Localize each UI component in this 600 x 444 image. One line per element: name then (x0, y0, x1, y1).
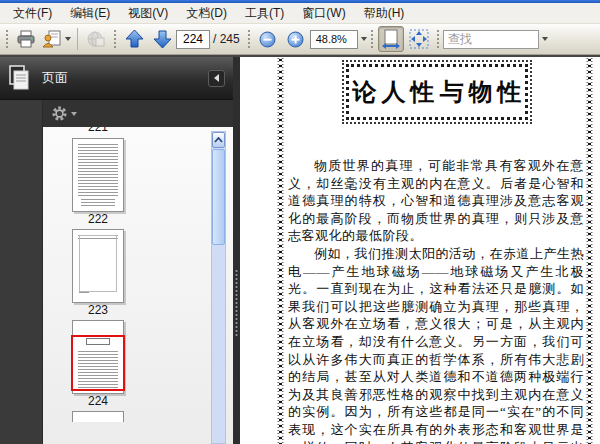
thumbnail-page-222[interactable] (72, 138, 124, 212)
toolbar-grip[interactable] (436, 29, 440, 49)
current-view-red-box[interactable] (71, 335, 125, 391)
navigation-tab-strip (0, 100, 43, 444)
splitter-grip-icon (235, 269, 238, 337)
chapter-title: 论人性与物性 (348, 76, 527, 108)
fullscreen-arrows-icon (409, 29, 429, 49)
person-document-icon (42, 30, 62, 48)
panel-resize-splitter[interactable] (233, 57, 240, 444)
print-button[interactable] (13, 26, 39, 52)
plus-circle-icon (287, 31, 304, 48)
thumbnail-page-225[interactable] (72, 411, 124, 422)
next-page-button[interactable] (149, 26, 175, 52)
menu-help[interactable]: 帮助(H) (355, 3, 414, 24)
fit-width-icon (381, 29, 401, 49)
menu-window[interactable]: 窗口(W) (293, 3, 354, 24)
thumbnail-page-label: 222 (71, 213, 125, 226)
collapse-panel-button[interactable] (208, 70, 225, 87)
zoom-level-value[interactable]: 48.8% (310, 30, 358, 49)
paragraph: 物质世界的真理，可能非常具有客观外在意义，却丝毫没有主观的内在意义。后者是心智和… (288, 157, 584, 245)
page-number-input[interactable] (176, 30, 210, 49)
pages-icon (8, 65, 30, 91)
thumbnail-page-224-current[interactable] (72, 320, 124, 394)
share-dropdown-arrow[interactable] (65, 37, 71, 41)
fullscreen-button[interactable] (406, 26, 432, 52)
fit-width-button[interactable] (378, 26, 404, 52)
pdf-reader-window: 文件(F) 编辑(E) 视图(V) 文档(D) 工具(T) 窗口(W) 帮助(H… (0, 0, 600, 444)
title-ornament-frame: 论人性与物性 (346, 64, 528, 120)
menu-edit[interactable]: 编辑(E) (61, 3, 119, 24)
chevron-up-icon (214, 137, 223, 143)
online-services-button (83, 26, 109, 52)
toolbar: / 245 48.8% (0, 24, 600, 55)
gear-icon[interactable] (51, 105, 68, 122)
find-dropdown-arrow[interactable] (542, 37, 548, 41)
zoom-dropdown-arrow[interactable] (361, 37, 367, 41)
page-border-ornament-left (276, 57, 285, 444)
up-arrow-icon (125, 29, 144, 49)
menu-document[interactable]: 文档(D) (177, 3, 236, 24)
thumbnail-scrollbar[interactable] (211, 131, 226, 444)
find-input[interactable] (443, 30, 539, 49)
toolbar-grip[interactable] (370, 29, 374, 49)
zoom-out-button[interactable] (255, 26, 281, 52)
pages-panel-header: 页面 (0, 57, 233, 100)
toolbar-separator (77, 28, 78, 50)
menu-tools[interactable]: 工具(T) (236, 3, 293, 24)
minus-circle-icon (259, 31, 276, 48)
page-body-text: 物质世界的真理，可能非常具有客观外在意义，却丝毫没有主观的内在意义。后者是心智和… (288, 157, 584, 444)
document-page[interactable]: 论人性与物性 物质世界的真理，可能非常具有客观外在意义，却丝毫没有主观的内在意义… (240, 57, 600, 444)
thumbnail-page-label: 221 (71, 127, 125, 135)
toolbar-grip[interactable] (5, 29, 9, 49)
thumbnail-options-row (43, 100, 233, 127)
thumbnail-list: 221 222 22 (43, 127, 233, 444)
content-area: 页面 (0, 55, 600, 444)
thumbnail-page-label: 224 (71, 395, 125, 408)
pages-panel-title: 页面 (42, 69, 208, 87)
globe-document-icon (86, 30, 106, 48)
pages-panel: 页面 (0, 57, 233, 444)
thumbnail-page-label: 223 (71, 304, 125, 317)
thumbnail-page-223[interactable] (72, 229, 124, 303)
collapse-arrow-icon (214, 74, 219, 82)
previous-page-button[interactable] (121, 26, 147, 52)
options-dropdown-arrow[interactable] (71, 112, 77, 116)
toolbar-grip[interactable] (113, 29, 117, 49)
pages-panel-body: 221 222 22 (0, 100, 233, 444)
scrollbar-thumb[interactable] (212, 149, 225, 245)
menu-view[interactable]: 视图(V) (119, 3, 177, 24)
zoom-in-button[interactable] (283, 26, 309, 52)
share-email-button[interactable] (41, 26, 72, 52)
page-total-label: / 245 (213, 32, 240, 46)
paragraph: 例如，我们推测太阳的活动，在赤道上产生热电——产生地球磁场——地球磁场又产生北极… (288, 245, 584, 444)
menu-bar: 文件(F) 编辑(E) 视图(V) 文档(D) 工具(T) 窗口(W) 帮助(H… (0, 3, 600, 24)
down-arrow-icon (153, 29, 172, 49)
page-border-ornament-right (585, 57, 594, 444)
scroll-up-button[interactable] (212, 132, 225, 148)
toolbar-grip[interactable] (247, 29, 251, 49)
menu-file[interactable]: 文件(F) (4, 3, 61, 24)
printer-icon (16, 30, 36, 48)
